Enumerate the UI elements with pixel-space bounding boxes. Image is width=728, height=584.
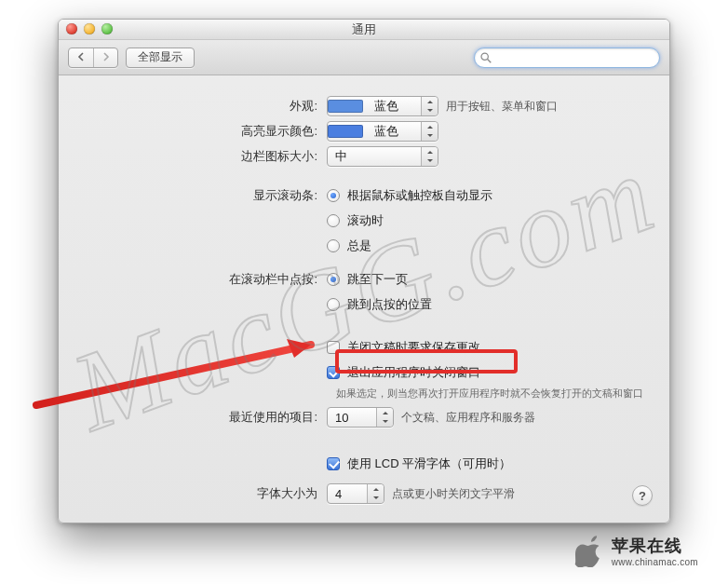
font-size-value: 4 [328, 487, 367, 501]
color-swatch-icon [328, 125, 363, 138]
appearance-select[interactable]: 蓝色 [327, 96, 438, 116]
sidebar-size-select[interactable]: 中 [327, 146, 438, 167]
chevron-updown-icon [376, 408, 393, 427]
recent-after: 个文稿、应用程序和服务器 [401, 410, 535, 426]
appearance-label: 外观: [77, 98, 327, 115]
brand-footer: 苹果在线 www.chinamac.com [574, 535, 698, 567]
show-all-button[interactable]: 全部显示 [126, 48, 195, 68]
back-button[interactable] [69, 48, 93, 67]
toolbar: 全部显示 [59, 40, 669, 75]
brand-text: 苹果在线 www.chinamac.com [612, 535, 698, 567]
scroll-click-label: 在滚动栏中点按: [77, 271, 327, 288]
font-size-select[interactable]: 4 [327, 483, 384, 504]
close-icon[interactable] [66, 23, 77, 34]
sidebar-size-label: 边栏图标大小: [77, 148, 327, 165]
font-size-after: 点或更小时关闭文字平滑 [392, 486, 515, 502]
zoom-icon[interactable] [101, 23, 113, 34]
radio-jump-here[interactable] [327, 298, 340, 311]
search-icon [479, 51, 492, 64]
content: 外观: 蓝色 用于按钮、菜单和窗口 高亮显示颜色: 蓝色 边 [59, 75, 669, 523]
radio-jump-next[interactable] [327, 273, 340, 286]
titlebar: 通用 [59, 20, 669, 40]
radio-label: 跳至下一页 [347, 271, 408, 288]
chevron-updown-icon [421, 122, 438, 141]
chevron-updown-icon [421, 147, 438, 166]
forward-button[interactable] [93, 48, 117, 67]
search-field[interactable] [474, 48, 660, 68]
radio-label: 根据鼠标或触控板自动显示 [347, 187, 492, 204]
checkbox-label: 使用 LCD 平滑字体（可用时） [347, 455, 511, 472]
svg-line-1 [488, 59, 492, 62]
help-button[interactable]: ? [632, 485, 653, 506]
checkbox-lcd-smoothing[interactable] [327, 457, 340, 470]
radio-label: 跳到点按的位置 [347, 296, 432, 313]
minimize-icon[interactable] [84, 23, 95, 34]
recent-select[interactable]: 10 [327, 407, 394, 428]
radio-label: 滚动时 [347, 212, 384, 229]
traffic-lights [66, 23, 113, 34]
quit-close-hint: 如果选定，则当您再次打开应用程序时就不会恢复打开的文稿和窗口 [336, 387, 647, 401]
svg-point-0 [481, 53, 488, 60]
recent-value: 10 [328, 411, 376, 425]
checkbox-close-on-quit[interactable] [327, 366, 340, 379]
window-title: 通用 [352, 22, 376, 36]
brand-cn: 苹果在线 [612, 535, 698, 557]
brand-url: www.chinamac.com [612, 557, 698, 567]
search-input[interactable] [474, 48, 660, 68]
radio-label: 总是 [347, 238, 371, 254]
checkbox-ask-save[interactable] [327, 341, 340, 354]
checkbox-label: 退出应用程序时关闭窗口 [347, 364, 480, 381]
chevron-updown-icon [367, 484, 384, 503]
radio-scrollbars-scrolling[interactable] [327, 214, 340, 227]
highlight-label: 高亮显示颜色: [77, 123, 327, 140]
appearance-value: 蓝色 [367, 98, 421, 115]
radio-scrollbars-auto[interactable] [327, 189, 340, 202]
chevron-updown-icon [421, 97, 438, 115]
recent-label: 最近使用的项目: [77, 409, 327, 426]
appearance-hint: 用于按钮、菜单和窗口 [446, 99, 558, 115]
sidebar-size-value: 中 [328, 148, 421, 165]
help-icon: ? [639, 489, 646, 503]
apple-logo-icon [574, 536, 602, 567]
color-swatch-icon [328, 100, 363, 113]
scrollbars-label: 显示滚动条: [77, 187, 327, 204]
checkbox-label: 关闭文稿时要求保存更改 [347, 339, 480, 356]
nav-segment [68, 48, 118, 68]
preferences-window: 通用 全部显示 外观: 蓝色 [58, 19, 670, 523]
highlight-value: 蓝色 [367, 123, 421, 140]
radio-scrollbars-always[interactable] [327, 239, 340, 252]
highlight-select[interactable]: 蓝色 [327, 121, 438, 142]
font-size-label: 字体大小为 [77, 485, 327, 502]
